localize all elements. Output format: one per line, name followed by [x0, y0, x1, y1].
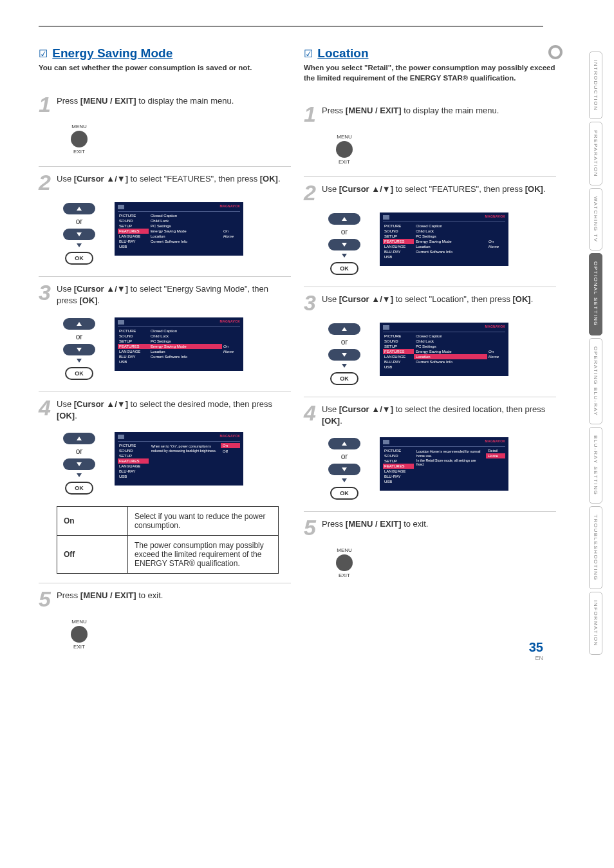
menu-label: MENU: [337, 547, 352, 553]
or-label: or: [76, 447, 83, 456]
ok-button-icon: OK: [65, 367, 93, 380]
remote-cursor-ok: or OK: [322, 323, 367, 385]
osd-esm-options: MAGNAVOX PICTURE SOUND SETUP FEATURES LA…: [115, 432, 243, 486]
osd-side-item: PICTURE: [383, 334, 414, 339]
osd-val: Home: [222, 234, 240, 239]
osd-help-text: When set to "On", power consumption is r…: [149, 443, 221, 479]
flow-arrow-icon: [76, 472, 82, 479]
osd-val: On: [487, 349, 505, 354]
side-tab-strip: INTRODUCTION PREPARATION WATCHING TV OPT…: [589, 52, 602, 655]
round-button-icon: [71, 626, 88, 643]
osd-opt: Energy Saving Mode: [414, 349, 487, 354]
cursor-up-icon: [328, 323, 360, 335]
step-text: Press [MENU / EXIT] to exit.: [321, 518, 556, 530]
osd-side-item: PICTURE: [118, 328, 149, 334]
left-step-2-body: or OK MAGNAVOX PICTUREClosed Caption SOU…: [57, 202, 291, 265]
osd-side-item: SETUP: [383, 344, 414, 349]
osd-side-item: LANGUAGE: [383, 244, 414, 249]
tab-operating-bluray[interactable]: OPERATING BLU-RAY: [589, 338, 602, 424]
osd-side-item-selected: FEATURES: [383, 464, 414, 469]
page-lang: EN: [529, 655, 543, 661]
remote-cursor-ok: or OK: [322, 212, 367, 275]
binder-ring-icon: [548, 45, 563, 59]
table-value: Select if you want to reduce the power c…: [128, 507, 279, 536]
osd-side-item: SETUP: [383, 458, 414, 464]
osd-side-item: BLU-RAY: [118, 354, 149, 359]
menu-label: MENU: [71, 619, 87, 625]
flow-arrow-icon: [76, 357, 82, 364]
checkbox-icon: ☑: [304, 48, 313, 59]
remote-menu-exit: MENU EXIT: [57, 619, 102, 650]
or-label: or: [341, 227, 348, 236]
tab-optional-setting[interactable]: OPTIONAL SETTING: [589, 253, 602, 335]
remote-menu-exit: MENU EXIT: [57, 124, 102, 155]
svg-marker-10: [342, 243, 347, 247]
step-text: Use [Cursor ▲/▼] to select "Energy Savin…: [55, 283, 291, 307]
left-step-3-body: or OK MAGNAVOX PICTUREClosed Caption SOU…: [57, 317, 291, 380]
brand-label: MAGNAVOX: [220, 204, 240, 208]
right-step-4: 4 Use [Cursor ▲/▼] to select the desired…: [304, 397, 556, 427]
left-step-4-body: or OK MAGNAVOX PICTURE SOUND SETUP FEATU…: [57, 432, 291, 495]
step-text: Press [MENU / EXIT] to display the main …: [55, 95, 291, 107]
osd-opt: Energy Saving Mode: [414, 239, 487, 244]
or-label: or: [76, 332, 83, 341]
tab-introduction[interactable]: INTRODUCTION: [589, 52, 602, 119]
osd-val: On: [222, 229, 240, 234]
osd-header-icon: [383, 440, 389, 444]
osd-side-item: SOUND: [383, 229, 414, 234]
cursor-down-icon: [328, 464, 360, 475]
cursor-down-icon: [328, 239, 360, 250]
menu-label: MENU: [337, 134, 352, 140]
step-number: 4: [304, 404, 321, 422]
exit-label: EXIT: [339, 572, 350, 578]
step-text: Use [Cursor ▲/▼] to select "FEATURES", t…: [55, 173, 291, 185]
step-text: Press [MENU / EXIT] to exit.: [55, 590, 291, 601]
osd-side-item: SETUP: [383, 234, 414, 239]
tab-watching-tv[interactable]: WATCHING TV: [589, 188, 602, 250]
tab-preparation[interactable]: PREPARATION: [589, 122, 602, 185]
osd-side-item-selected: FEATURES: [118, 229, 149, 234]
cursor-down-icon: [63, 229, 95, 240]
step-text: Use [Cursor ▲/▼] to select the desired l…: [321, 404, 556, 427]
osd-side-item: LANGUAGE: [118, 234, 149, 239]
osd-opt: Closed Caption: [149, 213, 222, 218]
remote-cursor-ok: or OK: [57, 202, 102, 265]
right-step-1-body: MENU EXIT: [322, 134, 556, 165]
round-button-icon: [336, 554, 353, 571]
osd-opt: Closed Caption: [414, 334, 487, 339]
tab-information[interactable]: INFORMATION: [589, 592, 602, 655]
svg-marker-5: [77, 359, 82, 363]
or-label: or: [76, 217, 83, 226]
or-label: or: [341, 452, 348, 461]
brand-label: MAGNAVOX: [220, 319, 240, 323]
left-step-1-body: MENU EXIT: [57, 124, 291, 155]
osd-opt: Closed Caption: [149, 328, 222, 334]
osd-val-selected: Home: [486, 453, 505, 458]
osd-opt: PC Settings: [414, 234, 487, 239]
cursor-down-icon: [63, 458, 95, 470]
tab-bluray-setting[interactable]: BLU-RAY SETTING: [589, 427, 602, 504]
step-text: Use [Cursor ▲/▼] to select "Location", t…: [321, 294, 556, 305]
osd-side-item: USB: [383, 479, 414, 484]
right-step-3-body: or OK MAGNAVOX PICTUREClosed Caption SOU…: [322, 323, 556, 385]
remote-menu-exit: MENU EXIT: [322, 547, 367, 578]
svg-marker-15: [342, 442, 347, 446]
right-step-5: 5 Press [MENU / EXIT] to exit.: [304, 511, 556, 537]
ok-button-icon: OK: [65, 252, 93, 265]
cursor-up-icon: [63, 433, 95, 444]
osd-opt-selected: Energy Saving Mode: [149, 344, 222, 349]
osd-location-highlight: MAGNAVOX PICTUREClosed Caption SOUNDChil…: [380, 323, 508, 376]
osd-esm-highlight: MAGNAVOX PICTUREClosed Caption SOUNDChil…: [115, 317, 243, 371]
svg-marker-17: [342, 478, 347, 482]
ok-button-icon: OK: [65, 482, 93, 495]
exit-label: EXIT: [339, 159, 350, 165]
flow-arrow-icon: [341, 477, 348, 484]
tab-troubleshooting[interactable]: TROUBLESHOOTING: [589, 506, 602, 589]
exit-label: EXIT: [73, 644, 85, 650]
osd-side-item: LANGUAGE: [118, 349, 149, 354]
osd-opt: Current Software Info: [149, 239, 222, 244]
svg-marker-11: [342, 254, 347, 258]
table-key: On: [57, 507, 128, 536]
osd-side-item: BLU-RAY: [383, 359, 414, 364]
step-number: 5: [304, 518, 321, 537]
